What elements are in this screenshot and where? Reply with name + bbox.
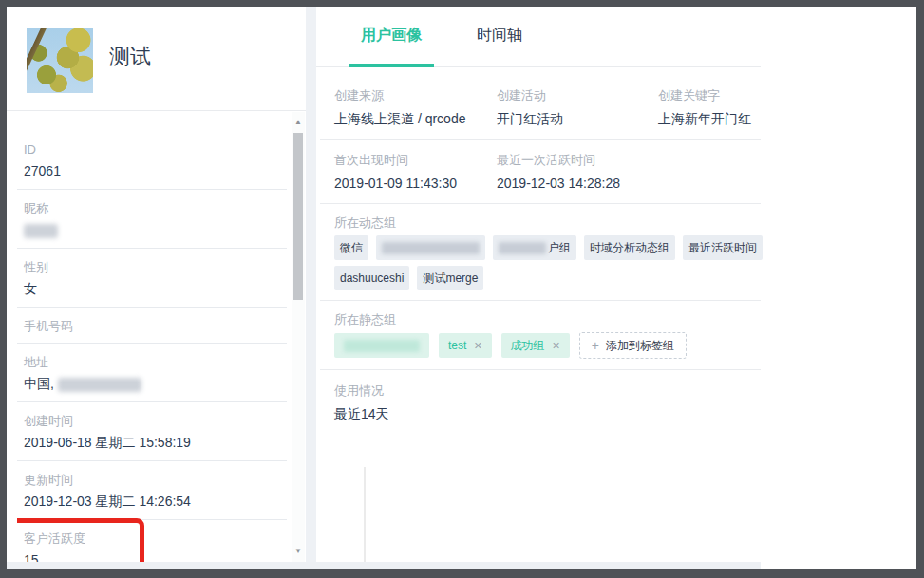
info-row-1: 创建来源上海线上渠道 / qrcode创建活动开门红活动创建关键字上海新年开门红 [334,88,761,127]
tab-timeline[interactable]: 时间轴 [464,7,535,67]
dynamic-group-tag[interactable] [376,235,485,260]
scrollbar-thumb[interactable] [293,133,303,300]
user-name: 测试 [109,43,151,71]
info-row-2: 首次出现时间2019-01-09 11:43:30最近一次活跃时间2019-12… [334,153,761,192]
tag-text: test [448,339,466,352]
field-value-text: 2019-12-03 星期二 14:26:54 [24,494,191,509]
dynamic-group-tag[interactable]: dashuuceshi [334,266,409,290]
field-value [24,221,287,238]
field-label: ID [24,142,287,157]
plus-icon: + [592,338,599,353]
info-value: 上海新年开门红 [658,110,761,127]
static-group-tag[interactable]: 成功组× [501,333,570,358]
dynamic-group-tag[interactable]: 时域分析动态组 [584,235,675,260]
info-field: 首次出现时间2019-01-09 11:43:30 [334,153,497,192]
field-label: 创建时间 [24,414,287,428]
field-label: 昵称 [24,201,287,215]
field-value-text: 15 [24,552,39,562]
horizontal-scrollbar[interactable] [7,562,761,569]
dynamic-group-tag[interactable]: 测试merge [417,266,483,290]
field-row: 客户活跃度15 [17,520,287,562]
add-button-label: 添加到标签组 [606,338,674,354]
field-row: 地址中国, [17,344,287,402]
tag-text: 户组 [548,240,571,256]
tab-user-profile[interactable]: 用户画像 [349,7,434,67]
field-row: 创建时间2019-06-18 星期二 15:58:19 [17,402,287,461]
tag-text: 成功组 [511,338,545,354]
info-field: 创建关键字上海新年开门红 [658,88,761,127]
field-value: 15 [24,551,287,562]
info-label: 创建关键字 [658,88,761,103]
dynamic-groups-tags: 微信户组时域分析动态组最近活跃时间dashuuceshi测试merge [334,235,761,290]
dynamic-tag-row: dashuuceshi测试merge [334,266,761,290]
field-value-text: 女 [24,281,37,296]
info-field: 最近一次活跃时间2019-12-03 14:28:28 [497,153,761,192]
static-groups-label: 所在静态组 [334,312,761,326]
tag-text: 时域分析动态组 [590,240,669,256]
add-to-tag-group-button[interactable]: +添加到标签组 [579,332,687,359]
static-group-tag[interactable] [334,333,429,358]
tag-text: dashuuceshi [340,271,404,285]
field-row: 性别女 [17,249,287,308]
dynamic-groups-label: 所在动态组 [334,215,761,230]
panel-divider [306,7,316,562]
user-avatar-photo [27,28,93,93]
close-icon[interactable]: × [474,338,481,353]
usage-label: 使用情况 [334,383,761,398]
field-value-text: 27061 [24,163,61,178]
info-value: 上海线上渠道 / qrcode [334,110,497,127]
redacted-tag-text [344,340,420,352]
info-field: 创建活动开门红活动 [497,88,658,127]
field-value: 2019-12-03 星期二 14:26:54 [24,493,287,510]
scroll-down-icon[interactable]: ▼ [292,545,305,558]
section-create-info: 创建来源上海线上渠道 / qrcode创建活动开门红活动创建关键字上海新年开门红 [320,67,761,140]
info-label: 创建活动 [497,88,658,103]
field-value: 中国, [24,375,287,392]
dynamic-group-tag[interactable]: 微信 [334,235,368,260]
left-panel: 测试 ID27061昵称性别女手机号码地址中国,创建时间2019-06-18 星… [7,7,306,562]
window-frame: 测试 ID27061昵称性别女手机号码地址中国,创建时间2019-06-18 星… [0,0,924,578]
tag-text: 微信 [340,240,363,256]
static-group-tag[interactable]: test× [439,333,492,358]
tag-text: 测试merge [423,270,478,287]
dynamic-group-tag[interactable]: 户组 [493,235,576,260]
tag-text: 最近活跃时间 [688,240,757,256]
field-value-text: 中国, [24,376,54,391]
field-value: 2019-06-18 星期二 15:58:19 [24,434,287,451]
scroll-up-icon[interactable]: ▲ [292,116,305,129]
field-label: 手机号码 [24,319,287,333]
content-edge-line [364,467,366,562]
info-value: 2019-12-03 14:28:28 [497,175,761,192]
info-field: 创建来源上海线上渠道 / qrcode [334,88,497,127]
close-icon[interactable]: × [553,338,560,353]
redacted-tag-prefix [499,242,546,254]
field-value-text: 2019-06-18 星期二 15:58:19 [24,435,191,450]
redacted-text [24,224,58,238]
usage-value: 最近14天 [334,406,761,423]
field-value: 女 [24,280,287,297]
info-label: 创建来源 [334,88,497,103]
user-header: 测试 [7,7,306,111]
info-value: 开门红活动 [497,110,658,127]
left-fields: ID27061昵称性别女手机号码地址中国,创建时间2019-06-18 星期二 … [17,112,287,562]
field-label: 更新时间 [24,473,287,487]
section-usage: 使用情况 最近14天 [320,370,761,435]
static-groups-tags: test×成功组×+添加到标签组 [334,332,761,359]
dynamic-group-tag[interactable]: 最近活跃时间 [683,235,763,260]
field-row: ID27061 [17,112,287,190]
section-static-groups: 所在静态组 test×成功组×+添加到标签组 [320,301,761,370]
right-panel: 用户画像时间轴 创建来源上海线上渠道 / qrcode创建活动开门红活动创建关键… [316,7,916,562]
vertical-scrollbar[interactable]: ▲ ▼ [292,112,305,562]
redacted-tag-text [382,242,480,254]
section-time-info: 首次出现时间2019-01-09 11:43:30最近一次活跃时间2019-12… [320,140,761,204]
field-row: 更新时间2019-12-03 星期二 14:26:54 [17,461,287,520]
dynamic-tag-row: 微信户组时域分析动态组最近活跃时间 [334,235,761,260]
field-label: 客户活跃度 [24,531,287,546]
field-row: 手机号码 [17,308,287,344]
redacted-text [58,378,141,392]
tab-bar: 用户画像时间轴 [316,7,761,67]
app-page: 测试 ID27061昵称性别女手机号码地址中国,创建时间2019-06-18 星… [7,7,916,569]
info-label: 最近一次活跃时间 [497,153,761,167]
section-dynamic-groups: 所在动态组 微信户组时域分析动态组最近活跃时间dashuuceshi测试merg… [320,204,761,301]
field-row: 昵称 [17,190,287,249]
